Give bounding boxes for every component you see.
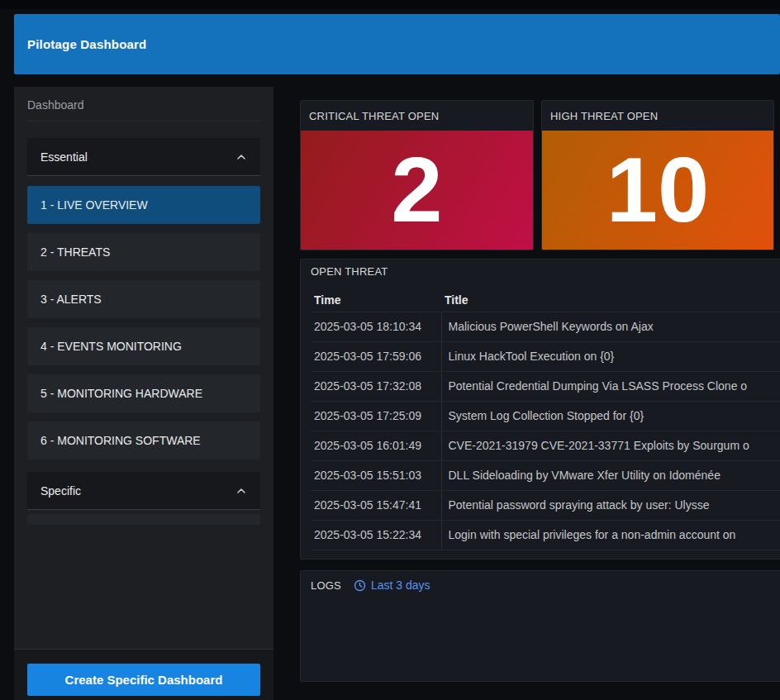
- cell-title: Linux HackTool Execution on {0}: [441, 341, 780, 371]
- sidebar-item-threats[interactable]: 2 - THREATS: [27, 233, 260, 271]
- logs-panel: LOGS Last 3 days: [300, 570, 780, 682]
- sidebar: Dashboard Essential 1 - LIVE OVERVIEW 2 …: [14, 87, 273, 700]
- sidebar-item-monitoring-software[interactable]: 6 - MONITORING SOFTWARE: [27, 421, 260, 460]
- clock-icon: [354, 579, 366, 592]
- column-header-time[interactable]: Time: [311, 288, 441, 312]
- dashboard-banner: Pilotage Dashboard: [14, 14, 780, 74]
- section-label-essential: Essential: [40, 150, 88, 164]
- column-header-title[interactable]: Title: [441, 288, 780, 312]
- open-threat-table: Time Title 2025-03-05 18:10:34 Malicious…: [311, 288, 780, 550]
- table-row: 2025-03-05 16:01:49 CVE-2021-31979 CVE-2…: [311, 431, 780, 460]
- cell-time: 2025-03-05 17:32:08: [311, 371, 441, 401]
- logs-panel-title[interactable]: LOGS: [311, 579, 341, 592]
- critical-threat-value: 2: [391, 144, 442, 236]
- cell-title: Potential Credential Dumping Via LSASS P…: [441, 371, 780, 401]
- section-header-essential[interactable]: Essential: [27, 138, 260, 176]
- stat-row: CRITICAL THREAT OPEN 2 HIGH THREAT OPEN …: [300, 100, 780, 250]
- create-specific-dashboard-button[interactable]: Create Specific Dashboard: [27, 664, 260, 696]
- high-threat-value: 10: [606, 144, 710, 236]
- table-row: 2025-03-05 15:51:03 DLL Sideloading by V…: [311, 460, 780, 490]
- cell-title: Login with special privileges for a non-…: [441, 520, 780, 550]
- table-row: 2025-03-05 15:47:41 Potential password s…: [311, 490, 780, 520]
- nav-item-label: 6 - MONITORING SOFTWARE: [40, 434, 201, 447]
- nav-item-label: 5 - MONITORING HARDWARE: [40, 387, 202, 400]
- table-header-row: Time Title: [311, 288, 780, 312]
- logs-panel-header: LOGS Last 3 days: [311, 579, 780, 592]
- critical-threat-stat: 2: [301, 131, 533, 250]
- table-row: 2025-03-05 17:25:09 System Log Collectio…: [311, 401, 780, 431]
- chevron-up-icon: [235, 151, 247, 163]
- sidebar-item-live-overview[interactable]: 1 - LIVE OVERVIEW: [27, 186, 260, 224]
- cell-time: 2025-03-05 15:51:03: [311, 460, 441, 490]
- nav-item-label: 1 - LIVE OVERVIEW: [40, 198, 148, 212]
- critical-threat-panel: CRITICAL THREAT OPEN 2: [300, 100, 534, 250]
- nav-item-label: 2 - THREATS: [40, 245, 110, 259]
- cell-time: 2025-03-05 15:22:34: [311, 520, 441, 550]
- sidebar-divider: [27, 121, 260, 121]
- cell-title: CVE-2021-31979 CVE-2021-33771 Exploits b…: [441, 431, 780, 460]
- chevron-up-icon: [235, 485, 247, 497]
- sidebar-main: Dashboard Essential 1 - LIVE OVERVIEW 2 …: [14, 87, 273, 649]
- page-title: Pilotage Dashboard: [27, 37, 146, 51]
- cell-title: System Log Collection Stopped for {0}: [441, 401, 780, 431]
- table-row: 2025-03-05 17:59:06 Linux HackTool Execu…: [311, 341, 780, 371]
- cell-time: 2025-03-05 15:47:41: [311, 490, 441, 520]
- section-label-specific: Specific: [40, 484, 81, 498]
- cell-title: Malicious PowerShell Keywords on Ajax: [441, 312, 780, 341]
- dashboard-main: CRITICAL THREAT OPEN 2 HIGH THREAT OPEN …: [300, 100, 780, 682]
- high-threat-panel-title[interactable]: HIGH THREAT OPEN: [542, 101, 773, 131]
- cell-time: 2025-03-05 18:10:34: [311, 312, 441, 341]
- critical-threat-panel-title[interactable]: CRITICAL THREAT OPEN: [301, 101, 533, 131]
- sidebar-footer: Create Specific Dashboard: [14, 649, 273, 700]
- nav-item-label: 3 - ALERTS: [40, 293, 102, 306]
- sidebar-heading: Dashboard: [27, 97, 260, 121]
- sidebar-item-events-monitoring[interactable]: 4 - EVENTS MONITORING: [27, 327, 260, 365]
- time-range-indicator[interactable]: Last 3 days: [354, 579, 430, 592]
- cell-time: 2025-03-05 16:01:49: [311, 431, 441, 460]
- sidebar-item-monitoring-hardware[interactable]: 5 - MONITORING HARDWARE: [27, 374, 260, 412]
- open-threat-panel: OPEN THREAT Time Title 2025-03-05 18:10:…: [300, 259, 780, 560]
- specific-empty-row: [27, 514, 260, 525]
- cell-title: DLL Sideloading by VMware Xfer Utility o…: [441, 460, 780, 490]
- cell-title: Potential password spraying attack by us…: [441, 490, 780, 520]
- high-threat-stat: 10: [542, 131, 773, 250]
- sidebar-item-alerts[interactable]: 3 - ALERTS: [27, 280, 260, 318]
- table-row: 2025-03-05 17:32:08 Potential Credential…: [311, 371, 780, 401]
- open-threat-panel-title[interactable]: OPEN THREAT: [311, 265, 780, 278]
- table-row: 2025-03-05 15:22:34 Login with special p…: [311, 520, 780, 550]
- high-threat-panel: HIGH THREAT OPEN 10: [541, 100, 774, 250]
- top-strip: [0, 0, 780, 9]
- cell-time: 2025-03-05 17:59:06: [311, 341, 441, 371]
- section-header-specific[interactable]: Specific: [27, 472, 260, 510]
- table-row: 2025-03-05 18:10:34 Malicious PowerShell…: [311, 312, 780, 341]
- nav-item-label: 4 - EVENTS MONITORING: [40, 340, 182, 353]
- time-range-label: Last 3 days: [371, 579, 430, 592]
- cell-time: 2025-03-05 17:25:09: [311, 401, 441, 431]
